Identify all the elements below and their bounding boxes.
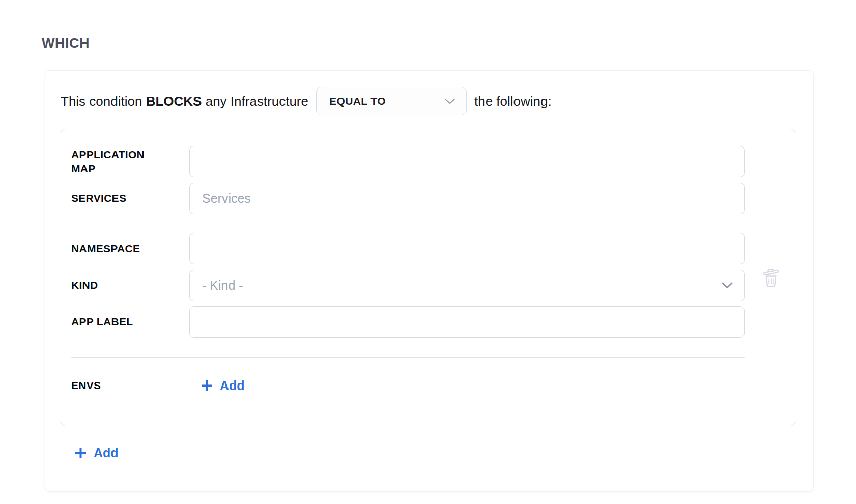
- add-env-label: Add: [220, 378, 245, 393]
- kind-label: KIND: [71, 278, 189, 292]
- condition-text: This condition BLOCKS any Infrastructure: [61, 94, 308, 109]
- application-map-input[interactable]: [189, 146, 745, 177]
- delete-condition-button[interactable]: [760, 266, 782, 289]
- plus-icon: [201, 379, 213, 392]
- plus-icon: [74, 447, 87, 459]
- condition-text-before: This condition: [61, 94, 142, 109]
- chevron-down-icon: [445, 99, 455, 104]
- add-env-button[interactable]: Add: [201, 378, 245, 393]
- condition-sentence: This condition BLOCKS any Infrastructure…: [61, 87, 798, 115]
- add-condition-label: Add: [94, 446, 119, 460]
- operator-select[interactable]: EQUAL TO: [316, 87, 467, 115]
- condition-card: This condition BLOCKS any Infrastructure…: [45, 70, 814, 492]
- condition-verb: BLOCKS: [146, 94, 202, 109]
- operator-value: EQUAL TO: [329, 95, 386, 107]
- add-condition-button[interactable]: Add: [74, 446, 119, 460]
- trash-icon: [760, 266, 782, 289]
- infrastructure-fields-card: APPLICATION MAP SERVICES NAMESPACE KIND …: [61, 129, 795, 426]
- application-map-label: APPLICATION MAP: [71, 147, 189, 176]
- services-label: SERVICES: [71, 191, 189, 205]
- field-row-services: SERVICES: [71, 183, 745, 214]
- field-row-app-label: APP LABEL: [71, 306, 745, 338]
- app-label-label: APP LABEL: [71, 315, 189, 329]
- kind-select[interactable]: - Kind -: [189, 270, 745, 301]
- namespace-input[interactable]: [189, 233, 745, 264]
- field-row-application-map: APPLICATION MAP: [71, 146, 745, 177]
- condition-text-after: any Infrastructure: [206, 94, 308, 109]
- row-divider: [71, 357, 745, 358]
- field-row-envs: ENVS Add: [71, 378, 795, 393]
- section-title: WHICH: [42, 36, 90, 51]
- envs-label: ENVS: [71, 378, 189, 393]
- kind-placeholder: - Kind -: [202, 278, 243, 293]
- app-label-input[interactable]: [189, 306, 745, 338]
- condition-text-suffix: the following:: [474, 94, 552, 109]
- services-input[interactable]: [189, 183, 745, 214]
- namespace-label: NAMESPACE: [71, 242, 189, 256]
- field-row-kind: KIND - Kind -: [71, 270, 745, 301]
- field-row-namespace: NAMESPACE: [71, 233, 745, 264]
- chevron-down-icon: [722, 282, 733, 289]
